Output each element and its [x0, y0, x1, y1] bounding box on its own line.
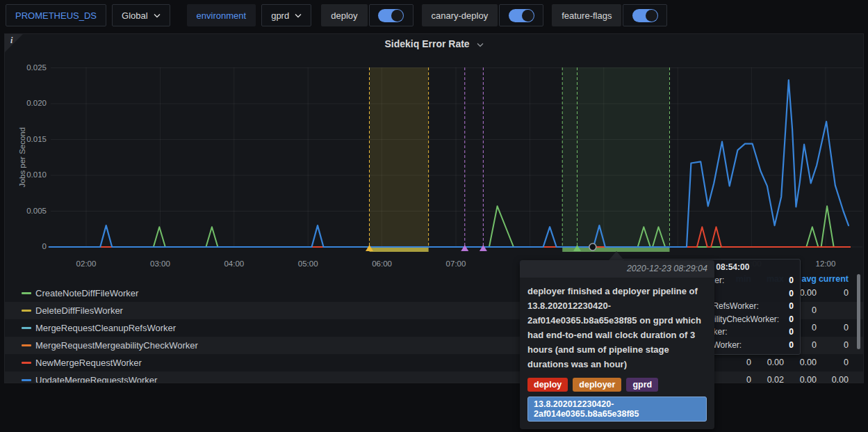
toggle-label-deploy: deploy	[321, 4, 367, 26]
hover-tooltip-series-value: 0	[789, 274, 794, 287]
legend-series-color-dash	[22, 292, 31, 294]
annotation-marker	[461, 245, 468, 251]
panel-title-text: Sidekiq Error Rate	[384, 38, 469, 49]
datasource-label: PROMETHEUS_DS	[15, 10, 97, 21]
datasource-button[interactable]: PROMETHEUS_DS	[6, 4, 106, 26]
annotation-tooltip: 2020-12-23 08:29:04 deployer finished a …	[520, 260, 714, 429]
chevron-down-icon	[477, 42, 484, 47]
legend-value-min: 0	[746, 354, 751, 371]
y-tick-label: 0.010	[5, 170, 47, 179]
annotation-tooltip-arrow	[609, 251, 624, 260]
toggle-switch-canary-deploy[interactable]	[499, 4, 543, 26]
y-tick-label: 0.020	[5, 99, 47, 107]
legend-value-min: 0	[746, 371, 751, 383]
toggle-label-feature-flags: feature-flags	[552, 4, 621, 26]
scope-dropdown[interactable]: Global	[112, 4, 170, 26]
y-tick-label: 0.015	[5, 135, 47, 143]
x-tick-label: 07:00	[439, 259, 473, 268]
y-tick-label: 0.025	[5, 63, 47, 72]
legend-series-name: NewMergeRequestWorker	[35, 354, 142, 371]
legend-series-color-dash	[22, 362, 31, 364]
legend-series-name: MergeRequestCleanupRefsWorker	[35, 319, 176, 337]
annotation-region	[370, 67, 429, 247]
legend-value-current: 0	[844, 285, 849, 302]
legend-series-color-dash	[22, 379, 31, 381]
x-tick-label: 12:00	[808, 259, 843, 268]
panel-title[interactable]: Sidekiq Error Rate	[5, 34, 863, 52]
environment-variable-label: environment	[187, 4, 256, 26]
legend-series-color-dash	[22, 310, 31, 312]
legend-value-avg: 0.00	[800, 371, 817, 383]
hover-tooltip-series-value: 0	[789, 326, 794, 339]
toggle-knob	[646, 10, 657, 22]
hover-tooltip-series-value: 0	[789, 313, 794, 326]
legend-value-current: 0	[844, 337, 849, 354]
timeseries-chart[interactable]	[5, 34, 864, 257]
annotation-tag-gprd[interactable]: gprd	[626, 378, 658, 392]
toggle-pill	[378, 9, 404, 22]
hover-tooltip-series-value: 0	[789, 287, 794, 301]
legend-column-header-avg[interactable]: avg	[801, 274, 817, 284]
legend-scrollbar[interactable]	[857, 274, 860, 349]
series-line-UpdateMergeRequestsWorker	[49, 80, 849, 247]
legend-value-avg: 0.00	[800, 354, 817, 371]
x-tick-label: 04:00	[217, 259, 252, 268]
environment-dropdown[interactable]: gprd	[261, 4, 311, 26]
y-tick-label: 0	[5, 242, 47, 250]
annotation-region-bar	[370, 248, 429, 252]
hovered-point-marker	[589, 243, 596, 250]
annotation-marker	[480, 245, 487, 251]
annotation-tag-deployer[interactable]: deployer	[573, 378, 621, 392]
annotation-tag-deploy[interactable]: deploy	[527, 378, 568, 392]
panel-info-corner[interactable]	[5, 34, 23, 52]
legend-column-header-current[interactable]: current	[819, 274, 849, 284]
environment-label-text: environment	[197, 10, 247, 21]
chevron-down-icon	[295, 13, 302, 18]
chevron-down-icon	[154, 13, 161, 18]
annotation-timestamp: 2020-12-23 08:29:04	[520, 260, 714, 278]
annotation-body: deployer finished a deployer pipeline of…	[520, 278, 714, 429]
legend-value-current: 0	[844, 354, 849, 371]
legend-row[interactable]: UpdateMergeRequestsWorker00.020.000.00	[5, 371, 863, 383]
legend-value-current: 0.00	[832, 371, 849, 383]
toggle-pill	[632, 9, 658, 22]
toggle-knob	[522, 10, 534, 22]
annotation-text: deployer finished a deployer pipeline of…	[527, 284, 707, 371]
x-tick-label: 03:00	[142, 259, 177, 268]
legend-series-color-dash	[22, 344, 31, 346]
legend-value-avg: 0	[812, 319, 817, 337]
hover-tooltip-series-value: 0	[789, 300, 794, 313]
toggle-pill	[509, 9, 534, 22]
dashboard-toolbar: PROMETHEUS_DS Global environment gprd de…	[6, 4, 667, 26]
legend-series-name: UpdateMergeRequestsWorker	[35, 371, 157, 383]
toggle-knob	[391, 10, 403, 22]
info-icon: i	[10, 35, 13, 46]
toggle-groups: deploycanary-deployfeature-flags	[311, 4, 667, 26]
x-tick-label: 06:00	[365, 259, 400, 268]
legend-series-name: CreateNoteDiffFileWorker	[35, 285, 138, 302]
legend-series-name: DeleteDiffFilesWorker	[35, 302, 123, 319]
legend-value-max: 0.00	[767, 354, 784, 371]
legend-series-color-dash	[22, 327, 31, 329]
legend-row[interactable]: NewMergeRequestWorker00.000.000	[5, 354, 863, 371]
dashboard: PROMETHEUS_DS Global environment gprd de…	[0, 0, 868, 432]
toggle-switch-deploy[interactable]	[369, 4, 413, 26]
hover-tooltip-series-value: 0	[789, 339, 794, 352]
scope-dropdown-value: Global	[122, 10, 148, 21]
toggle-label-canary-deploy: canary-deploy	[422, 4, 498, 26]
toggle-switch-feature-flags[interactable]	[623, 4, 667, 26]
annotation-region	[562, 67, 669, 247]
series-line-NewMergeRequestWorker	[49, 227, 850, 247]
series-line-CreateNoteDiffFileWorker	[49, 206, 849, 247]
release-version-tag[interactable]: 13.8.202012230420-2af014e0365.b8a65e38f8…	[527, 397, 707, 422]
x-tick-label: 02:00	[69, 259, 104, 268]
legend-value-max: 0.02	[767, 371, 784, 383]
environment-dropdown-value: gprd	[271, 10, 289, 21]
x-tick-label: 05:00	[290, 259, 325, 268]
legend-value-avg: 0	[812, 302, 817, 319]
legend-value-avg: 0	[812, 337, 817, 354]
annotation-tags: deploydeployergprd	[527, 378, 707, 392]
y-tick-label: 0.005	[5, 207, 47, 215]
legend-series-name: MergeRequestMergeabilityCheckWorker	[35, 337, 198, 354]
legend-value-avg: 0.00	[800, 285, 817, 302]
